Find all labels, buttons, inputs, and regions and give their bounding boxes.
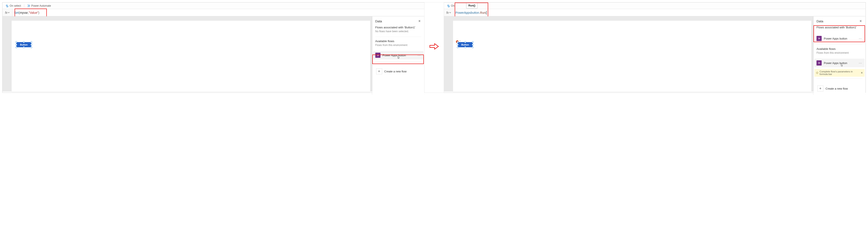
- pointer-cursor-icon: [397, 56, 400, 60]
- chevron-down-icon: [8, 11, 10, 13]
- create-flow-label: Create a new flow: [384, 70, 407, 73]
- divider: [375, 37, 421, 37]
- selected-button[interactable]: Button: [16, 42, 31, 47]
- flow-menu-icon[interactable]: ···: [858, 61, 862, 65]
- toolbar-separator: [24, 4, 24, 7]
- onselect-label: On: [451, 4, 455, 7]
- cursor-click-icon: [6, 4, 8, 7]
- chevron-down-icon: [449, 11, 451, 13]
- arrow-icon: [429, 2, 439, 50]
- flow-menu-icon[interactable]: ···: [858, 37, 862, 40]
- chevron-down-icon[interactable]: ⌄: [459, 39, 461, 42]
- autocomplete-popup[interactable]: Run(): [466, 3, 478, 8]
- data-pane: Data ✕ Flows associated with 'Button1' P…: [813, 16, 865, 95]
- flows-heading: Flows associated with 'Button1': [375, 26, 421, 29]
- powerautomate-icon: [27, 4, 30, 7]
- hint-close-icon[interactable]: ✕: [861, 71, 863, 74]
- cursor-click-icon: [447, 4, 450, 7]
- button-label: Button: [461, 44, 469, 46]
- flows-heading: Flows associated with 'Button1': [816, 26, 862, 29]
- data-title: Data: [375, 19, 382, 23]
- resize-handle[interactable]: [23, 41, 25, 43]
- onselect-label: On select: [10, 4, 21, 7]
- resize-handle[interactable]: [16, 44, 17, 46]
- available-heading: Available flows: [375, 39, 421, 43]
- close-icon[interactable]: ✕: [859, 19, 862, 23]
- create-flow-label: Create a new flow: [826, 87, 848, 90]
- divider: [816, 78, 862, 79]
- resize-handle[interactable]: [30, 41, 32, 43]
- info-icon: [816, 72, 818, 74]
- formula-arg2: "Value": [29, 11, 38, 15]
- available-heading: Available flows: [816, 47, 862, 51]
- flow-item[interactable]: Power Apps button ···: [373, 51, 423, 59]
- artboard[interactable]: Button: [11, 21, 370, 91]
- flow-menu-icon[interactable]: ···: [417, 54, 421, 57]
- flow-name: Power Apps button: [824, 37, 856, 40]
- fx-label[interactable]: fx: [444, 9, 454, 16]
- toolbar: On select Power Automate: [3, 3, 424, 9]
- resize-handle[interactable]: [30, 47, 32, 48]
- data-pane: Data ✕ Flows associated with 'Button1' N…: [372, 16, 424, 95]
- formula-input[interactable]: Run() PowerAppsbutton.Run(: [454, 9, 866, 16]
- flow-icon: [816, 60, 822, 65]
- onselect-button[interactable]: On: [446, 4, 456, 8]
- resize-handle[interactable]: [457, 41, 459, 43]
- resize-handle[interactable]: [30, 44, 32, 46]
- from-env-text: Flows from this environment: [375, 44, 421, 47]
- fx-label[interactable]: fx: [3, 9, 12, 16]
- formula-bar: fx Run() PowerAppsbutton.Run(: [444, 9, 866, 16]
- selected-button[interactable]: ✕ ⌄ Button: [458, 42, 473, 47]
- button-label: Button: [20, 44, 28, 46]
- powerautomate-button[interactable]: Power Automate: [26, 4, 52, 8]
- resize-handle[interactable]: [472, 44, 473, 46]
- toolbar: On: [444, 3, 866, 9]
- formula-input[interactable]: Set(myvar,"Value"): [12, 9, 424, 16]
- flow-icon: [375, 53, 380, 58]
- canvas: Button Data ✕: [3, 16, 424, 91]
- create-flow-button[interactable]: +: [376, 68, 382, 74]
- data-title: Data: [816, 19, 824, 23]
- resize-handle[interactable]: [23, 47, 25, 48]
- pointer-cursor-icon: [840, 63, 843, 68]
- artboard[interactable]: ✕ ⌄ Button: [453, 21, 812, 91]
- from-env-text: Flows from this environment: [816, 51, 862, 54]
- flow-icon: [816, 36, 822, 41]
- panel-before: On select Power Automate fx Set(myvar,"V…: [2, 2, 425, 92]
- resize-handle[interactable]: [472, 41, 473, 43]
- resize-handle[interactable]: [464, 41, 466, 43]
- no-flows-text: No flows have been selected.: [375, 30, 421, 33]
- formula-arg1: myvar: [20, 11, 28, 15]
- resize-handle[interactable]: [472, 47, 473, 48]
- formula-method: Run: [480, 11, 486, 15]
- flow-item[interactable]: Power Apps button ···: [814, 59, 865, 67]
- canvas: ✕ ⌄ Button: [444, 16, 866, 91]
- resize-handle[interactable]: [457, 47, 459, 48]
- hint-bar: Complete flow's parameters in formula ba…: [814, 69, 865, 77]
- resize-handle[interactable]: [457, 44, 459, 46]
- resize-handle[interactable]: [16, 41, 17, 43]
- onselect-button[interactable]: On select: [5, 4, 22, 8]
- flow-item-associated[interactable]: Power Apps button ···: [814, 34, 865, 43]
- formula-bar: fx Set(myvar,"Value"): [3, 9, 424, 16]
- resize-handle[interactable]: [464, 47, 466, 48]
- resize-handle[interactable]: [16, 47, 17, 48]
- close-icon[interactable]: ✕: [418, 19, 421, 23]
- formula-fn: Set: [14, 11, 19, 15]
- powerautomate-label: Power Automate: [31, 4, 51, 7]
- formula-obj: PowerAppsbutton: [456, 11, 479, 15]
- divider: [375, 61, 421, 61]
- panel-after: On fx Run() PowerAppsbutton.Run( ✕ ⌄ But…: [444, 2, 866, 92]
- hint-text: Complete flow's parameters in formula ba…: [819, 70, 860, 76]
- create-flow-button[interactable]: +: [817, 85, 824, 91]
